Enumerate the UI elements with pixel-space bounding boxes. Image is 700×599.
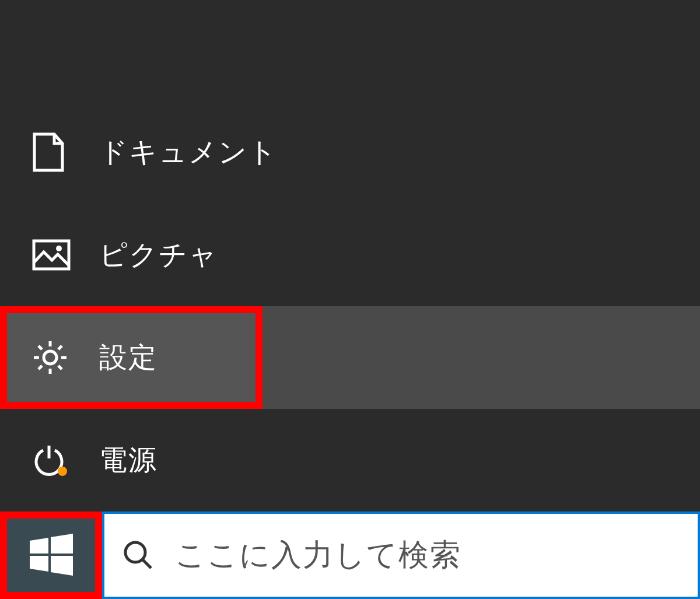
pictures-icon (32, 239, 73, 271)
search-icon (122, 539, 155, 572)
hover-background (262, 306, 700, 409)
gear-icon (32, 339, 73, 376)
menu-item-power[interactable]: 電源 (0, 409, 700, 512)
start-menu-left-rail: ドキュメント ピクチャ (0, 0, 700, 512)
menu-item-settings[interactable]: 設定 (0, 306, 700, 409)
svg-line-7 (38, 346, 42, 349)
menu-item-label: 電源 (99, 442, 158, 479)
menu-item-label: ピクチャ (99, 236, 218, 274)
taskbar: ここに入力して検索 (0, 512, 700, 599)
svg-line-9 (38, 366, 42, 369)
start-button[interactable] (0, 512, 102, 599)
svg-line-17 (142, 559, 151, 568)
windows-logo-icon (29, 533, 74, 578)
document-icon (32, 132, 73, 173)
search-placeholder: ここに入力して検索 (175, 535, 461, 576)
power-icon (32, 443, 73, 477)
svg-point-16 (125, 542, 145, 562)
svg-point-1 (56, 246, 62, 251)
svg-marker-14 (30, 556, 48, 572)
svg-marker-13 (51, 534, 73, 554)
svg-marker-15 (51, 556, 73, 576)
svg-point-2 (44, 351, 57, 364)
svg-line-10 (58, 346, 62, 349)
svg-marker-12 (30, 538, 48, 554)
menu-item-documents[interactable]: ドキュメント (0, 101, 700, 204)
taskbar-search-box[interactable]: ここに入力して検索 (102, 512, 700, 599)
menu-item-pictures[interactable]: ピクチャ (0, 204, 700, 306)
menu-item-label: 設定 (99, 339, 158, 376)
svg-line-8 (58, 366, 62, 369)
menu-item-label: ドキュメント (99, 134, 278, 171)
power-update-dot-icon (58, 467, 67, 476)
